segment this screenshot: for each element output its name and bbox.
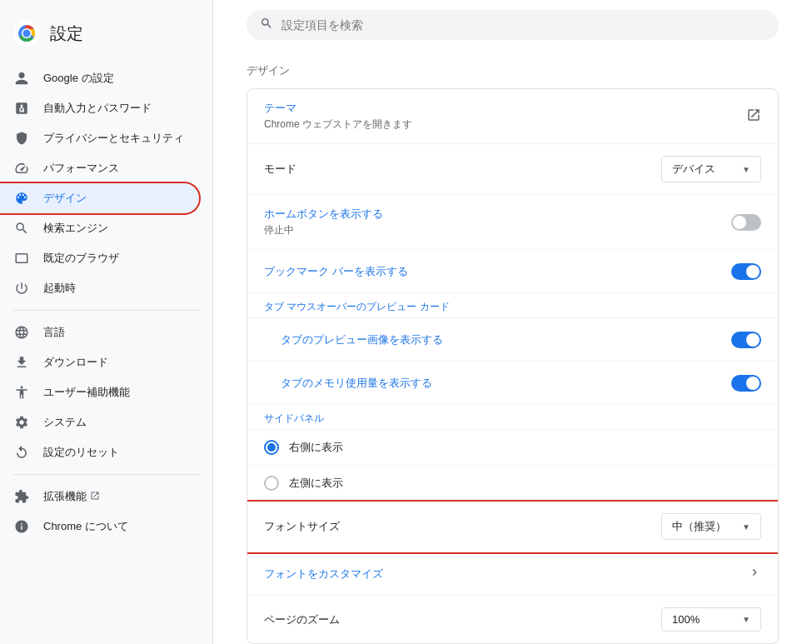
sidebar-item-about[interactable]: Chrome について [0,512,199,542]
page-zoom-dropdown-arrow: ▼ [742,615,750,624]
search-bar-container [213,0,812,50]
sidebar-title: 設定 [50,22,83,45]
sidebar-item-label-performance: パフォーマンス [43,161,119,176]
person-icon [13,70,30,87]
tab-memory-label: タブのメモリ使用量を表示する [281,376,731,391]
sidepanel-subsection-label: サイドパネル [264,412,761,426]
settings-row-font-customize[interactable]: フォントをカスタマイズ [247,552,778,596]
sidebar-item-label-download: ダウンロード [43,355,108,370]
sidepanel-left-radio [264,476,279,491]
sidebar-item-label-about: Chrome について [43,519,128,534]
power-icon [13,280,30,297]
theme-left: テーマ Chrome ウェブストアを開きます [264,101,746,132]
chrome-logo-icon [13,20,40,47]
sidebar-item-label-search-engine: 検索エンジン [43,221,108,236]
font-size-label: フォントサイズ [264,519,661,534]
home-button-label: ホームボタンを表示する [264,207,731,222]
font-size-left: フォントサイズ [264,519,661,534]
sidepanel-subsection-row: サイドパネル [247,405,778,430]
section-title: デザイン [247,63,779,78]
mode-dropdown-value: デバイス [672,162,715,177]
sidebar-item-label-design: デザイン [43,191,87,206]
info-icon [13,518,30,535]
page-zoom-dropdown[interactable]: 100% ▼ [661,607,761,632]
settings-row-bookmarks: ブックマーク バーを表示する [247,250,778,293]
sidebar-item-language[interactable]: 言語 [0,317,199,347]
sidepanel-left-option[interactable]: 左側に表示 [247,466,778,502]
search-icon [13,220,30,237]
sidebar-item-label-autofill: 自動入力とパスワード [43,101,152,116]
sidebar-item-download[interactable]: ダウンロード [0,347,199,377]
shield-icon [13,130,30,147]
external-link-small-icon [90,491,100,503]
sidebar-item-extensions[interactable]: 拡張機能 [0,482,199,512]
mode-label: モード [264,162,661,177]
search-input[interactable] [281,18,765,32]
sidebar-item-label-language: 言語 [43,325,65,340]
tab-memory-left: タブのメモリ使用量を表示する [281,376,731,391]
home-button-left: ホームボタンを表示する 停止中 [264,207,731,237]
content-area: デザイン テーマ Chrome ウェブストアを開きます モード デバイス [213,50,812,644]
font-size-dropdown-value: 中（推奨） [672,519,726,534]
sidebar-item-browser[interactable]: 既定のブラウザ [0,243,199,273]
tab-preview-left: タブのプレビュー画像を表示する [281,332,731,347]
palette-icon [13,190,30,207]
sidepanel-right-label: 右側に表示 [289,440,343,455]
sidebar-item-label-accessibility: ユーザー補助機能 [43,385,130,400]
bookmarks-toggle[interactable] [731,263,761,280]
sidebar-item-label-privacy: プライバシーとセキュリティ [43,131,184,146]
sidebar-item-startup[interactable]: 起動時 [0,273,199,303]
home-button-toggle[interactable] [731,214,761,231]
settings-row-theme[interactable]: テーマ Chrome ウェブストアを開きます [247,89,778,144]
font-customize-left: フォントをカスタマイズ [264,567,748,582]
web-icon [13,250,30,267]
font-customize-arrow [748,566,761,582]
home-button-sublabel: 停止中 [264,223,731,237]
theme-label: テーマ [264,101,746,116]
sidebar-divider-2 [13,474,199,475]
mode-dropdown[interactable]: デバイス ▼ [661,156,761,182]
bookmarks-label: ブックマーク バーを表示する [264,264,731,279]
sidebar-item-accessibility[interactable]: ユーザー補助機能 [0,377,199,407]
history-icon [13,444,30,461]
tab-memory-toggle[interactable] [731,375,761,392]
language-icon [13,324,30,341]
settings-card: テーマ Chrome ウェブストアを開きます モード デバイス ▼ [247,88,779,644]
settings-row-mode: モード デバイス ▼ [247,144,778,195]
sidebar-item-privacy[interactable]: プライバシーとセキュリティ [0,123,199,153]
sidebar-item-label-system: システム [43,415,87,430]
settings-row-tab-memory: タブのメモリ使用量を表示する [247,362,778,405]
sidebar-item-label-browser: 既定のブラウザ [43,251,119,266]
settings-row-page-zoom: ページのズーム 100% ▼ [247,596,778,643]
tab-preview-toggle[interactable] [731,332,761,348]
font-size-dropdown[interactable]: 中（推奨） ▼ [661,513,761,540]
sidebar-item-label-reset: 設定のリセット [43,445,119,460]
sidebar-item-system[interactable]: システム [0,407,199,437]
sidebar-item-reset[interactable]: 設定のリセット [0,437,199,467]
sidebar-item-autofill[interactable]: 自動入力とパスワード [0,93,199,123]
sidebar-item-label-google: Google の設定 [43,71,114,86]
main-content: デザイン テーマ Chrome ウェブストアを開きます モード デバイス [213,0,812,644]
sidebar-item-google[interactable]: Google の設定 [0,63,199,93]
font-size-dropdown-arrow: ▼ [742,522,750,532]
extension-icon [13,488,30,505]
tab-hover-subsection-row: タブ マウスオーバーのプレビュー カード [247,293,778,318]
search-bar [247,10,779,40]
sidebar-item-label-extensions: 拡張機能 [43,489,87,504]
sidebar-item-performance[interactable]: パフォーマンス [0,153,199,183]
tab-hover-subsection-label: タブ マウスオーバーのプレビュー カード [264,300,761,314]
settings-row-home-button: ホームボタンを表示する 停止中 [247,195,778,250]
sidepanel-left-label: 左側に表示 [289,476,343,491]
sidepanel-right-option[interactable]: 右側に表示 [247,430,778,466]
sidebar-item-search-engine[interactable]: 検索エンジン [0,213,199,243]
settings-row-font-size: フォントサイズ 中（推奨） ▼ [247,502,778,552]
accessibility-icon [13,384,30,401]
font-customize-label: フォントをカスタマイズ [264,567,748,582]
tab-preview-label: タブのプレビュー画像を表示する [281,332,731,347]
page-zoom-dropdown-value: 100% [672,613,700,626]
sidebar-item-design[interactable]: デザイン [0,183,199,213]
assignment-icon [13,100,30,117]
search-bar-icon [260,17,273,33]
download-icon [13,354,30,371]
svg-point-3 [23,30,31,37]
